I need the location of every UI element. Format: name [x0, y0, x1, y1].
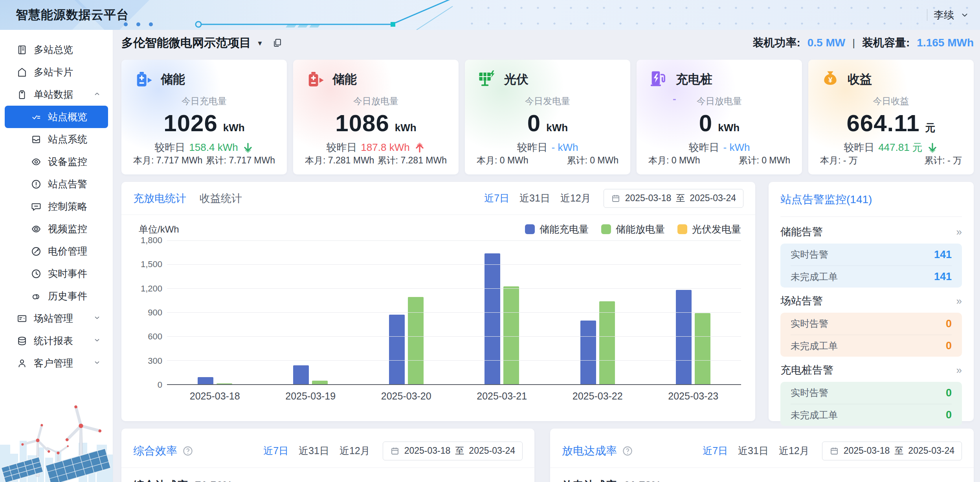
installed-capacity-label: 装机容量: — [862, 35, 910, 50]
tab-charge-discharge-stats[interactable]: 充放电统计 — [133, 191, 186, 205]
sidebar-item-site-overview[interactable]: 站点概览 — [5, 106, 108, 128]
alarm-row[interactable]: 实时告警0 — [791, 382, 952, 404]
y-tick: 1,800 — [141, 235, 162, 246]
alarm-row[interactable]: 未完成工单0 — [791, 335, 952, 357]
station-topbar: 多伦智能微电网示范项目 ▼ 装机功率: 0.5 MW | 装机容量: 1.165… — [121, 30, 974, 56]
discharge-rate-text: 放电达成率: 61.78% — [562, 478, 974, 482]
alarm-group-name: 充电桩告警 — [780, 363, 833, 377]
date-range-picker[interactable]: 2025-03-18 至 2025-03-24 — [604, 189, 743, 208]
double-chevron-right-icon[interactable]: » — [956, 226, 962, 238]
summary-card-charging-pile: 充电桩-今日放电量0kWh较昨日- kWh本月: 0 MWh累计: 0 MWh — [637, 60, 802, 174]
sidebar-item-site-alarm[interactable]: 站点告警 — [0, 173, 113, 195]
month-total: 本月: 7.281 MWh — [305, 154, 374, 167]
solar-panel-icon — [477, 69, 497, 90]
alarm-row-label: 实时告警 — [791, 387, 828, 399]
period-12m[interactable]: 近12月 — [560, 192, 591, 205]
period-12m[interactable]: 近12月 — [779, 444, 809, 457]
alarm-row-value: 0 — [946, 340, 952, 352]
card-value: 1026kWh — [133, 110, 275, 137]
sidebar-item-station-manage[interactable]: 场站管理 — [0, 307, 113, 330]
card-bottom-row: 本月: 0 MWh累计: 0 MWh — [648, 154, 790, 167]
sidebar-item-realtime-events[interactable]: 实时事件 — [0, 262, 113, 285]
sidebar-item-multi-station-overview[interactable]: 多站总览 — [0, 38, 113, 61]
alarm-group-name: 场站告警 — [780, 294, 823, 308]
chart-plot-area — [167, 240, 741, 385]
chart-meta-row: 单位/kWh 储能充电量储能放电量光伏发电量 — [121, 215, 755, 237]
sidebar: 多站总览多站卡片单站数据站点概览站点系统设备监控站点告警控制策略视频监控电价管理… — [0, 30, 113, 482]
y-tick: 0 — [158, 380, 162, 390]
sidebar-item-single-station-data[interactable]: 单站数据 — [0, 83, 113, 106]
sidebar-item-label: 控制策略 — [48, 200, 87, 213]
panel-header: 综合效率 近7日 近31日 近12月 2025-03-18 至 — [121, 434, 534, 468]
trend-up-icon — [414, 142, 426, 154]
panel-title: 综合效率 — [133, 444, 177, 458]
calendar-icon — [390, 446, 400, 456]
alarm-group-blue: 储能告警»实时告警141未完成工单141 — [780, 224, 962, 288]
alarm-row[interactable]: 实时告警141 — [791, 244, 952, 266]
alarm-row-label: 未完成工单 — [791, 409, 838, 422]
question-circle-icon[interactable] — [182, 445, 194, 457]
period-7d[interactable]: 近7日 — [484, 192, 509, 205]
double-chevron-right-icon[interactable]: » — [956, 295, 962, 307]
installed-capacity-value: 1.165 MWh — [917, 37, 974, 49]
period-31d[interactable]: 近31日 — [519, 192, 550, 205]
sidebar-item-control-strategy[interactable]: 控制策略 — [0, 195, 113, 218]
month-total: 本月: 7.717 MWh — [133, 154, 202, 167]
y-tick: 600 — [148, 332, 162, 342]
period-12m[interactable]: 近12月 — [340, 444, 370, 457]
tab-revenue-stats[interactable]: 收益统计 — [200, 191, 242, 205]
alarm-box: 实时告警141未完成工单141 — [780, 244, 962, 288]
card-value-unit: 元 — [925, 122, 936, 134]
alarm-row[interactable]: 未完成工单141 — [791, 266, 952, 288]
double-chevron-right-icon[interactable]: » — [956, 364, 962, 376]
period-7d[interactable]: 近7日 — [703, 444, 728, 457]
alarm-panel-title: 站点告警监控(141) — [780, 192, 962, 207]
legend-item-储能放电量[interactable]: 储能放电量 — [601, 223, 665, 236]
chart-y-axis: 03006009001,2001,5001,800 — [133, 240, 167, 385]
compare-value: 158.4 kWh — [189, 141, 238, 154]
card-value: 0kWh — [648, 110, 790, 137]
card-head: ¥收益 — [820, 69, 962, 90]
chevron-down-icon — [93, 357, 101, 369]
sidebar-item-multi-station-cards[interactable]: 多站卡片 — [0, 61, 113, 83]
sidebar-item-label: 实时事件 — [48, 267, 87, 280]
period-31d[interactable]: 近31日 — [299, 444, 329, 457]
legend-item-储能充电量[interactable]: 储能充电量 — [525, 223, 589, 236]
period-7d[interactable]: 近7日 — [263, 444, 288, 457]
copy-icon[interactable] — [272, 38, 283, 48]
date-start: 2025-03-18 — [404, 445, 451, 456]
sidebar-item-device-monitor[interactable]: 设备监控 — [0, 150, 113, 173]
alarm-row[interactable]: 未完成工单0 — [791, 404, 952, 426]
sidebar-item-statistics-report[interactable]: 统计报表 — [0, 330, 113, 352]
question-circle-icon[interactable] — [622, 445, 633, 457]
project-name: 多伦智能微电网示范项目 — [121, 35, 251, 51]
summary-cards-row: 储能今日充电量1026kWh较昨日158.4 kWh本月: 7.717 MWh累… — [121, 60, 974, 174]
device-monitor-icon — [31, 156, 42, 167]
compare-value: - kWh — [552, 141, 578, 154]
calendar-icon — [830, 446, 839, 456]
installed-power-value: 0.5 MW — [807, 37, 845, 49]
card-title: 收益 — [848, 71, 872, 88]
header-line-decoration — [118, 0, 550, 30]
alarm-row[interactable]: 实时告警0 — [791, 313, 952, 335]
sidebar-illustration — [0, 360, 113, 482]
compare-label: 较昨日 — [689, 141, 719, 154]
sidebar-item-customer-manage[interactable]: 客户管理 — [0, 352, 113, 374]
battery-discharge-icon — [305, 69, 325, 90]
project-selector[interactable]: 多伦智能微电网示范项目 ▼ — [121, 35, 283, 51]
sidebar-item-video-monitor[interactable]: 视频监控 — [0, 218, 113, 240]
card-bottom-row: 本月: 0 MWh累计: 0 MWh — [477, 154, 618, 167]
card-value-unit: kWh — [223, 122, 245, 134]
alarm-row-label: 实时告警 — [791, 248, 828, 261]
legend-item-光伏发电量[interactable]: 光伏发电量 — [677, 223, 741, 236]
period-31d[interactable]: 近31日 — [738, 444, 769, 457]
legend-label: 光伏发电量 — [692, 223, 741, 236]
sidebar-item-history-events[interactable]: 历史事件 — [0, 285, 113, 307]
date-range-picker[interactable]: 2025-03-18 至 2025-03-24 — [822, 442, 962, 460]
date-range-picker[interactable]: 2025-03-18 至 2025-03-24 — [383, 442, 523, 460]
sidebar-item-site-system[interactable]: 站点系统 — [0, 128, 113, 150]
sidebar-item-label: 历史事件 — [48, 290, 87, 302]
sidebar-item-price-manage[interactable]: 电价管理 — [0, 240, 113, 262]
alarm-group-green: 充电桩告警»实时告警0未完成工单0 — [780, 362, 962, 426]
user-menu[interactable]: 李续 — [927, 0, 969, 30]
